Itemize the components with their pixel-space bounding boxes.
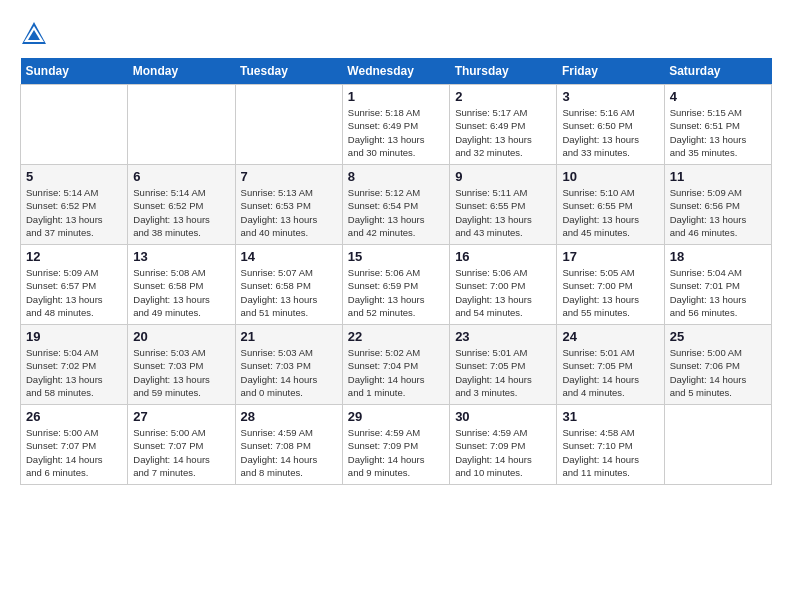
day-info: Sunrise: 5:00 AMSunset: 7:06 PMDaylight:… xyxy=(670,346,766,399)
calendar-week-row: 12Sunrise: 5:09 AMSunset: 6:57 PMDayligh… xyxy=(21,245,772,325)
calendar-week-row: 19Sunrise: 5:04 AMSunset: 7:02 PMDayligh… xyxy=(21,325,772,405)
day-info: Sunrise: 5:09 AMSunset: 6:56 PMDaylight:… xyxy=(670,186,766,239)
calendar-cell: 3Sunrise: 5:16 AMSunset: 6:50 PMDaylight… xyxy=(557,85,664,165)
day-info: Sunrise: 5:04 AMSunset: 7:02 PMDaylight:… xyxy=(26,346,122,399)
day-number: 12 xyxy=(26,249,122,264)
calendar-cell: 14Sunrise: 5:07 AMSunset: 6:58 PMDayligh… xyxy=(235,245,342,325)
calendar-cell: 30Sunrise: 4:59 AMSunset: 7:09 PMDayligh… xyxy=(450,405,557,485)
calendar-week-row: 26Sunrise: 5:00 AMSunset: 7:07 PMDayligh… xyxy=(21,405,772,485)
day-header-monday: Monday xyxy=(128,58,235,85)
day-number: 23 xyxy=(455,329,551,344)
calendar-cell: 2Sunrise: 5:17 AMSunset: 6:49 PMDaylight… xyxy=(450,85,557,165)
calendar-cell: 20Sunrise: 5:03 AMSunset: 7:03 PMDayligh… xyxy=(128,325,235,405)
day-header-friday: Friday xyxy=(557,58,664,85)
calendar-cell: 24Sunrise: 5:01 AMSunset: 7:05 PMDayligh… xyxy=(557,325,664,405)
day-info: Sunrise: 5:04 AMSunset: 7:01 PMDaylight:… xyxy=(670,266,766,319)
day-number: 22 xyxy=(348,329,444,344)
calendar-week-row: 5Sunrise: 5:14 AMSunset: 6:52 PMDaylight… xyxy=(21,165,772,245)
day-number: 11 xyxy=(670,169,766,184)
calendar-cell: 9Sunrise: 5:11 AMSunset: 6:55 PMDaylight… xyxy=(450,165,557,245)
day-info: Sunrise: 5:02 AMSunset: 7:04 PMDaylight:… xyxy=(348,346,444,399)
day-number: 4 xyxy=(670,89,766,104)
day-header-tuesday: Tuesday xyxy=(235,58,342,85)
day-number: 19 xyxy=(26,329,122,344)
day-info: Sunrise: 5:07 AMSunset: 6:58 PMDaylight:… xyxy=(241,266,337,319)
calendar-cell xyxy=(128,85,235,165)
day-info: Sunrise: 5:03 AMSunset: 7:03 PMDaylight:… xyxy=(133,346,229,399)
day-info: Sunrise: 5:06 AMSunset: 7:00 PMDaylight:… xyxy=(455,266,551,319)
day-number: 24 xyxy=(562,329,658,344)
calendar-cell: 17Sunrise: 5:05 AMSunset: 7:00 PMDayligh… xyxy=(557,245,664,325)
day-info: Sunrise: 5:05 AMSunset: 7:00 PMDaylight:… xyxy=(562,266,658,319)
day-number: 7 xyxy=(241,169,337,184)
day-info: Sunrise: 4:58 AMSunset: 7:10 PMDaylight:… xyxy=(562,426,658,479)
calendar-cell: 16Sunrise: 5:06 AMSunset: 7:00 PMDayligh… xyxy=(450,245,557,325)
day-number: 15 xyxy=(348,249,444,264)
day-info: Sunrise: 5:06 AMSunset: 6:59 PMDaylight:… xyxy=(348,266,444,319)
day-number: 27 xyxy=(133,409,229,424)
calendar-table: SundayMondayTuesdayWednesdayThursdayFrid… xyxy=(20,58,772,485)
day-info: Sunrise: 4:59 AMSunset: 7:09 PMDaylight:… xyxy=(455,426,551,479)
day-info: Sunrise: 5:15 AMSunset: 6:51 PMDaylight:… xyxy=(670,106,766,159)
day-number: 5 xyxy=(26,169,122,184)
calendar-cell: 5Sunrise: 5:14 AMSunset: 6:52 PMDaylight… xyxy=(21,165,128,245)
calendar-week-row: 1Sunrise: 5:18 AMSunset: 6:49 PMDaylight… xyxy=(21,85,772,165)
day-info: Sunrise: 5:12 AMSunset: 6:54 PMDaylight:… xyxy=(348,186,444,239)
calendar-cell: 4Sunrise: 5:15 AMSunset: 6:51 PMDaylight… xyxy=(664,85,771,165)
logo-icon xyxy=(20,20,48,48)
calendar-cell: 6Sunrise: 5:14 AMSunset: 6:52 PMDaylight… xyxy=(128,165,235,245)
calendar-cell: 7Sunrise: 5:13 AMSunset: 6:53 PMDaylight… xyxy=(235,165,342,245)
calendar-cell: 13Sunrise: 5:08 AMSunset: 6:58 PMDayligh… xyxy=(128,245,235,325)
calendar-cell: 26Sunrise: 5:00 AMSunset: 7:07 PMDayligh… xyxy=(21,405,128,485)
day-number: 31 xyxy=(562,409,658,424)
calendar-cell: 23Sunrise: 5:01 AMSunset: 7:05 PMDayligh… xyxy=(450,325,557,405)
calendar-cell xyxy=(21,85,128,165)
day-number: 29 xyxy=(348,409,444,424)
day-number: 16 xyxy=(455,249,551,264)
day-number: 18 xyxy=(670,249,766,264)
day-number: 26 xyxy=(26,409,122,424)
calendar-cell: 18Sunrise: 5:04 AMSunset: 7:01 PMDayligh… xyxy=(664,245,771,325)
day-header-wednesday: Wednesday xyxy=(342,58,449,85)
day-info: Sunrise: 5:14 AMSunset: 6:52 PMDaylight:… xyxy=(133,186,229,239)
calendar-cell xyxy=(235,85,342,165)
day-number: 1 xyxy=(348,89,444,104)
calendar-cell xyxy=(664,405,771,485)
day-number: 6 xyxy=(133,169,229,184)
calendar-cell: 29Sunrise: 4:59 AMSunset: 7:09 PMDayligh… xyxy=(342,405,449,485)
calendar-cell: 27Sunrise: 5:00 AMSunset: 7:07 PMDayligh… xyxy=(128,405,235,485)
day-info: Sunrise: 5:09 AMSunset: 6:57 PMDaylight:… xyxy=(26,266,122,319)
logo xyxy=(20,20,50,48)
day-number: 9 xyxy=(455,169,551,184)
day-number: 10 xyxy=(562,169,658,184)
calendar-cell: 15Sunrise: 5:06 AMSunset: 6:59 PMDayligh… xyxy=(342,245,449,325)
day-info: Sunrise: 4:59 AMSunset: 7:08 PMDaylight:… xyxy=(241,426,337,479)
day-info: Sunrise: 5:16 AMSunset: 6:50 PMDaylight:… xyxy=(562,106,658,159)
day-info: Sunrise: 5:17 AMSunset: 6:49 PMDaylight:… xyxy=(455,106,551,159)
calendar-cell: 12Sunrise: 5:09 AMSunset: 6:57 PMDayligh… xyxy=(21,245,128,325)
day-number: 13 xyxy=(133,249,229,264)
calendar-cell: 8Sunrise: 5:12 AMSunset: 6:54 PMDaylight… xyxy=(342,165,449,245)
day-number: 21 xyxy=(241,329,337,344)
day-number: 25 xyxy=(670,329,766,344)
day-number: 3 xyxy=(562,89,658,104)
days-header-row: SundayMondayTuesdayWednesdayThursdayFrid… xyxy=(21,58,772,85)
page-header xyxy=(20,20,772,48)
day-info: Sunrise: 5:03 AMSunset: 7:03 PMDaylight:… xyxy=(241,346,337,399)
calendar-cell: 10Sunrise: 5:10 AMSunset: 6:55 PMDayligh… xyxy=(557,165,664,245)
day-info: Sunrise: 5:01 AMSunset: 7:05 PMDaylight:… xyxy=(562,346,658,399)
calendar-cell: 19Sunrise: 5:04 AMSunset: 7:02 PMDayligh… xyxy=(21,325,128,405)
day-number: 30 xyxy=(455,409,551,424)
calendar-cell: 22Sunrise: 5:02 AMSunset: 7:04 PMDayligh… xyxy=(342,325,449,405)
day-header-sunday: Sunday xyxy=(21,58,128,85)
day-number: 8 xyxy=(348,169,444,184)
day-header-thursday: Thursday xyxy=(450,58,557,85)
calendar-cell: 21Sunrise: 5:03 AMSunset: 7:03 PMDayligh… xyxy=(235,325,342,405)
day-info: Sunrise: 5:00 AMSunset: 7:07 PMDaylight:… xyxy=(26,426,122,479)
calendar-cell: 25Sunrise: 5:00 AMSunset: 7:06 PMDayligh… xyxy=(664,325,771,405)
day-info: Sunrise: 4:59 AMSunset: 7:09 PMDaylight:… xyxy=(348,426,444,479)
day-number: 17 xyxy=(562,249,658,264)
day-number: 2 xyxy=(455,89,551,104)
calendar-cell: 31Sunrise: 4:58 AMSunset: 7:10 PMDayligh… xyxy=(557,405,664,485)
calendar-cell: 1Sunrise: 5:18 AMSunset: 6:49 PMDaylight… xyxy=(342,85,449,165)
